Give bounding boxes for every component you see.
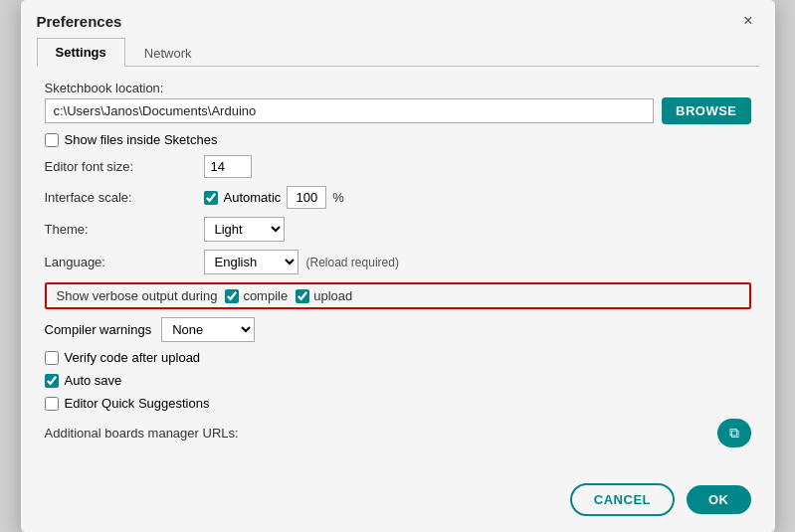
compiler-warnings-row: Compiler warnings None Default More All <box>45 317 751 342</box>
show-files-checkbox[interactable] <box>45 133 59 147</box>
editor-quick-row: Editor Quick Suggestions <box>45 396 751 411</box>
cancel-button[interactable]: CANCEL <box>570 483 675 516</box>
interface-scale-row: Interface scale: Automatic % <box>45 186 751 209</box>
verbose-section: Show verbose output during compile uploa… <box>45 282 751 309</box>
verify-code-row: Verify code after upload <box>45 350 751 365</box>
verify-code-label: Verify code after upload <box>65 350 201 365</box>
tab-settings[interactable]: Settings <box>37 38 125 67</box>
upload-checkbox[interactable] <box>296 289 309 303</box>
additional-boards-row: Additional boards manager URLs: ⧉ <box>45 419 751 447</box>
editor-quick-label: Editor Quick Suggestions <box>65 396 210 411</box>
theme-label: Theme: <box>45 222 204 237</box>
scale-value-input[interactable] <box>287 186 326 209</box>
auto-save-row: Auto save <box>45 373 751 388</box>
browse-button[interactable]: BROWSE <box>662 97 751 124</box>
auto-scale-group: Automatic % <box>204 186 344 209</box>
auto-save-label: Auto save <box>65 373 122 388</box>
interface-scale-label: Interface scale: <box>45 190 204 205</box>
sketchbook-path-input[interactable] <box>45 98 655 123</box>
verbose-label: Show verbose output during <box>57 288 218 303</box>
close-button[interactable]: × <box>737 10 758 32</box>
dialog-title: Preferences <box>37 13 122 30</box>
automatic-checkbox[interactable] <box>204 191 218 205</box>
sketchbook-location-label: Sketchbook location: <box>45 81 751 95</box>
tab-network[interactable]: Network <box>125 39 211 67</box>
tab-bar: Settings Network <box>37 38 759 67</box>
verify-code-checkbox[interactable] <box>45 351 59 365</box>
compiler-warnings-label: Compiler warnings <box>45 322 152 337</box>
percent-label: % <box>332 190 344 205</box>
compiler-warnings-select[interactable]: None Default More All <box>161 317 255 342</box>
theme-select[interactable]: Light Dark <box>204 217 285 242</box>
theme-row: Theme: Light Dark <box>45 217 751 242</box>
automatic-label: Automatic <box>224 190 282 205</box>
settings-content: Sketchbook location: BROWSE Show files i… <box>21 67 775 471</box>
font-size-input[interactable] <box>204 155 252 178</box>
editor-quick-checkbox[interactable] <box>45 397 59 411</box>
language-row: Language: English (Reload required) <box>45 250 751 274</box>
copy-url-button[interactable]: ⧉ <box>717 419 751 447</box>
sketchbook-path-row: BROWSE <box>45 97 751 124</box>
font-size-row: Editor font size: <box>45 155 751 178</box>
upload-label: upload <box>313 288 352 303</box>
auto-save-checkbox[interactable] <box>45 374 59 388</box>
additional-boards-label: Additional boards manager URLs: <box>45 426 717 441</box>
show-files-label: Show files inside Sketches <box>65 132 218 147</box>
compile-checkbox[interactable] <box>225 289 239 303</box>
language-select[interactable]: English <box>204 250 298 274</box>
compile-row: compile <box>225 288 288 303</box>
show-files-row: Show files inside Sketches <box>45 132 751 147</box>
footer: CANCEL OK <box>21 471 775 532</box>
preferences-dialog: Preferences × Settings Network Sketchboo… <box>20 0 776 532</box>
compile-label: compile <box>243 288 288 303</box>
title-bar: Preferences × <box>21 0 775 32</box>
reload-note: (Reload required) <box>306 256 399 269</box>
upload-row: upload <box>296 288 352 303</box>
sketchbook-section: Sketchbook location: BROWSE <box>45 81 751 124</box>
ok-button[interactable]: OK <box>687 485 751 514</box>
font-size-label: Editor font size: <box>45 159 204 174</box>
language-label: Language: <box>45 255 204 269</box>
